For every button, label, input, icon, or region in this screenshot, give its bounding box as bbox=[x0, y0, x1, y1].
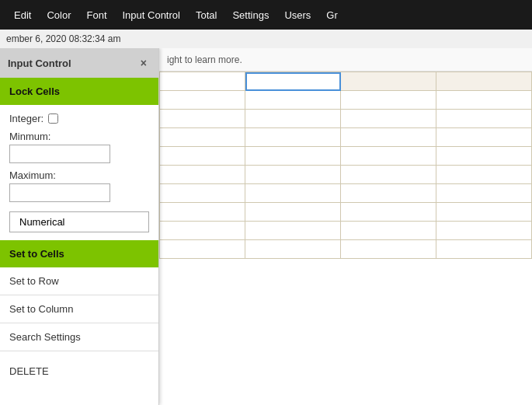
grid-cell[interactable] bbox=[341, 203, 436, 222]
grid-cell[interactable] bbox=[436, 128, 532, 147]
grid-cell[interactable] bbox=[436, 222, 532, 240]
grid-cell[interactable] bbox=[341, 184, 436, 203]
grid-cell[interactable] bbox=[341, 72, 436, 91]
table-row bbox=[160, 166, 532, 184]
grid-cell[interactable] bbox=[436, 72, 532, 91]
grid-cell[interactable] bbox=[436, 184, 532, 203]
grid-cell[interactable] bbox=[341, 110, 436, 128]
maximum-input[interactable] bbox=[9, 183, 110, 202]
menu-gr[interactable]: Gr bbox=[318, 0, 345, 30]
minimum-label: Minmum: bbox=[9, 131, 149, 142]
grid-cell[interactable] bbox=[245, 203, 341, 222]
sidebar-panel: Input Control × Lock Cells Integer: Minm… bbox=[0, 48, 159, 405]
grid-cell[interactable] bbox=[245, 110, 341, 128]
set-to-cells-label: Set to Cells bbox=[9, 248, 64, 260]
grid-cell[interactable] bbox=[245, 240, 341, 259]
menu-bar: Edit Color Font Input Control Total Sett… bbox=[0, 0, 532, 30]
table-row bbox=[160, 184, 532, 203]
sidebar-item-search-settings[interactable]: Search Settings bbox=[0, 323, 158, 351]
row-header bbox=[160, 240, 245, 259]
set-to-column-label: Set to Column bbox=[9, 303, 73, 315]
grid-cell[interactable] bbox=[436, 147, 532, 166]
row-header bbox=[160, 222, 245, 240]
menu-users[interactable]: Users bbox=[276, 0, 318, 30]
grid-container[interactable] bbox=[159, 72, 532, 405]
delete-label: DELETE bbox=[9, 365, 49, 377]
integer-row: Integer: bbox=[9, 113, 149, 124]
sidebar-item-lock-cells[interactable]: Lock Cells bbox=[0, 78, 158, 105]
numerical-button[interactable]: Numerical bbox=[9, 211, 149, 232]
lock-cells-form: Integer: Minmum: Maximum: Numerical bbox=[0, 105, 158, 240]
sidebar-titlebar: Input Control × bbox=[0, 48, 158, 78]
close-button[interactable]: × bbox=[137, 55, 151, 71]
row-header bbox=[160, 166, 245, 184]
table-row bbox=[160, 91, 532, 110]
sidebar-item-set-to-cells[interactable]: Set to Cells bbox=[0, 240, 158, 267]
grid-cell[interactable] bbox=[245, 72, 341, 91]
grid-cell[interactable] bbox=[436, 91, 532, 110]
row-header bbox=[160, 184, 245, 203]
date-text: ember 6, 2020 08:32:34 am bbox=[6, 33, 120, 44]
menu-font[interactable]: Font bbox=[78, 0, 114, 30]
lock-cells-label: Lock Cells bbox=[9, 86, 60, 97]
grid-cell[interactable] bbox=[245, 128, 341, 147]
grid-cell[interactable] bbox=[341, 222, 436, 240]
table-row bbox=[160, 222, 532, 240]
grid-cell[interactable] bbox=[436, 240, 532, 259]
info-bar: ight to learn more. bbox=[159, 48, 532, 72]
table-row bbox=[160, 110, 532, 128]
table-row bbox=[160, 203, 532, 222]
menu-total[interactable]: Total bbox=[188, 0, 224, 30]
grid-cell[interactable] bbox=[341, 147, 436, 166]
row-header bbox=[160, 203, 245, 222]
sidebar-item-set-to-column[interactable]: Set to Column bbox=[0, 295, 158, 323]
minimum-field-group: Minmum: bbox=[9, 131, 149, 163]
grid-table bbox=[159, 72, 532, 259]
info-text: ight to learn more. bbox=[167, 54, 242, 65]
table-row bbox=[160, 128, 532, 147]
menu-edit[interactable]: Edit bbox=[6, 0, 39, 30]
sidebar-item-set-to-row[interactable]: Set to Row bbox=[0, 267, 158, 295]
menu-input-control[interactable]: Input Control bbox=[115, 0, 188, 30]
maximum-field-group: Maximum: bbox=[9, 169, 149, 202]
grid-cell[interactable] bbox=[341, 240, 436, 259]
menu-color[interactable]: Color bbox=[39, 0, 78, 30]
sidebar-item-delete[interactable]: DELETE bbox=[0, 358, 158, 385]
grid-cell[interactable] bbox=[436, 203, 532, 222]
grid-cell[interactable] bbox=[436, 166, 532, 184]
row-header bbox=[160, 91, 245, 110]
integer-checkbox[interactable] bbox=[48, 113, 58, 124]
table-row bbox=[160, 240, 532, 259]
table-row bbox=[160, 147, 532, 166]
grid-cell[interactable] bbox=[245, 184, 341, 203]
minimum-input[interactable] bbox=[9, 145, 110, 163]
maximum-label: Maximum: bbox=[9, 169, 149, 181]
grid-cell[interactable] bbox=[341, 166, 436, 184]
grid-cell[interactable] bbox=[245, 166, 341, 184]
row-header bbox=[160, 110, 245, 128]
grid-cell[interactable] bbox=[245, 91, 341, 110]
grid-cell[interactable] bbox=[436, 110, 532, 128]
sidebar-title-label: Input Control bbox=[8, 58, 71, 69]
grid-cell[interactable] bbox=[341, 91, 436, 110]
spreadsheet-area: ight to learn more. bbox=[159, 48, 532, 405]
table-row bbox=[160, 72, 532, 91]
row-header bbox=[160, 72, 245, 91]
set-to-row-label: Set to Row bbox=[9, 275, 59, 287]
row-header bbox=[160, 147, 245, 166]
grid-cell[interactable] bbox=[341, 128, 436, 147]
row-header bbox=[160, 128, 245, 147]
date-bar: ember 6, 2020 08:32:34 am bbox=[0, 30, 532, 48]
main-layout: Input Control × Lock Cells Integer: Minm… bbox=[0, 48, 532, 405]
search-settings-label: Search Settings bbox=[9, 331, 81, 343]
menu-settings[interactable]: Settings bbox=[224, 0, 276, 30]
grid-cell[interactable] bbox=[245, 147, 341, 166]
grid-cell[interactable] bbox=[245, 222, 341, 240]
integer-label: Integer: bbox=[9, 113, 43, 124]
